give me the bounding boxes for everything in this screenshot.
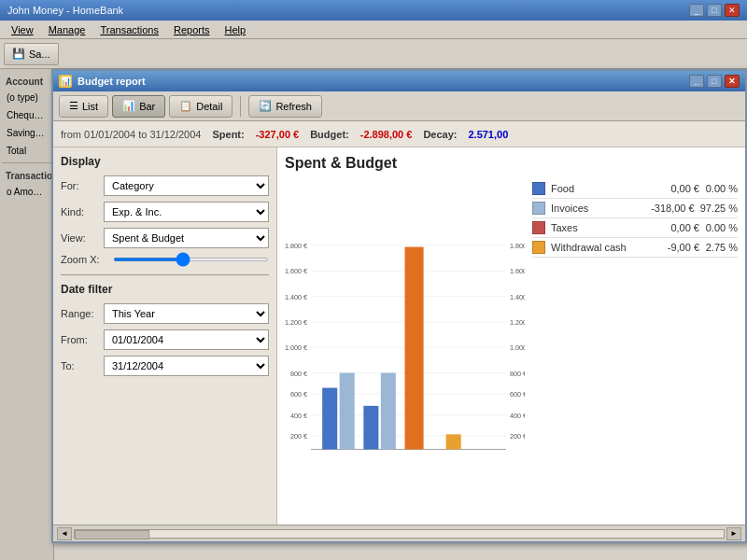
report-title: Budget report xyxy=(78,76,146,87)
for-select[interactable]: Category xyxy=(104,175,269,196)
bar-withdrawal-spent xyxy=(446,434,461,449)
menu-reports[interactable]: Reports xyxy=(166,22,218,37)
range-row: Range: This Year xyxy=(61,303,269,324)
menu-transactions[interactable]: Transactions xyxy=(92,22,166,37)
close-button[interactable]: ✕ xyxy=(725,4,740,17)
chart-title: Spent & Budget xyxy=(285,155,738,172)
svg-text:1.400 €: 1.400 € xyxy=(510,293,525,301)
report-title-bar: 📊 Budget report _ □ ✕ xyxy=(53,71,745,91)
kind-row: Kind: Exp. & Inc. xyxy=(61,202,269,222)
svg-text:600 €: 600 € xyxy=(510,390,525,399)
legend-withdrawal-color xyxy=(532,241,545,254)
bar-chart-svg: 1.800 € 1.600 € 1.400 € 1.200 € 1.000 € … xyxy=(285,179,525,517)
title-bar: John Money - HomeBank _ □ ✕ xyxy=(0,0,747,21)
legend-taxes-color xyxy=(532,221,545,234)
menu-view[interactable]: View xyxy=(4,22,41,37)
legend-withdrawal-pct: 2.75 % xyxy=(705,242,738,253)
zoom-label: Zoom X: xyxy=(61,254,109,265)
sidebar: Account (o type) Cheque A... Savings A..… xyxy=(0,69,54,560)
maximize-button[interactable]: □ xyxy=(707,4,722,17)
range-label: Range: xyxy=(61,308,100,319)
scroll-area: ◄ ► xyxy=(53,525,745,541)
svg-text:1.600 €: 1.600 € xyxy=(285,267,307,275)
decay-value: 2.571,00 xyxy=(468,129,508,140)
svg-text:1.600 €: 1.600 € xyxy=(510,267,525,275)
scroll-left-button[interactable]: ◄ xyxy=(57,527,72,540)
decay-label: Decay: xyxy=(423,129,457,140)
legend-withdrawal: Withdrawal cash -9,00 € 2.75 % xyxy=(532,238,738,258)
detail-button[interactable]: 📋 Detail xyxy=(169,95,233,118)
for-row: For: Category xyxy=(61,175,269,196)
list-button[interactable]: ☰ List xyxy=(59,95,108,118)
zoom-slider[interactable] xyxy=(113,258,269,261)
for-label: For: xyxy=(61,180,100,191)
save-button[interactable]: 💾 Sa... xyxy=(4,43,59,65)
date-range-text: from 01/01/2004 to 31/12/2004 xyxy=(61,129,201,140)
legend-taxes-pct: 0.00 % xyxy=(705,222,738,233)
svg-text:1.200 €: 1.200 € xyxy=(510,318,525,327)
to-row: To: 31/12/2004 xyxy=(61,356,269,376)
detail-icon: 📋 xyxy=(179,100,192,112)
report-window: 📊 Budget report _ □ ✕ ☰ List 📊 Bar 📋 Det… xyxy=(51,69,747,543)
bar-chart-icon: 📊 xyxy=(122,100,135,112)
from-select[interactable]: 01/01/2004 xyxy=(104,329,269,350)
chart-area: Spent & Budget 1.800 € 1.600 € 1.400 € 1… xyxy=(277,147,745,525)
report-close-button[interactable]: ✕ xyxy=(725,75,740,88)
sidebar-cheque[interactable]: Cheque A... xyxy=(2,107,51,123)
bar-taxes-budget xyxy=(405,247,424,450)
legend-taxes-name: Taxes xyxy=(551,222,642,233)
from-label: From: xyxy=(61,334,100,345)
scrollbar-thumb[interactable] xyxy=(75,530,149,539)
legend-table: Food 0,00 € 0.00 % Invoices -318,00 € 97… xyxy=(532,179,738,517)
sidebar-account-type[interactable]: (o type) xyxy=(2,90,51,105)
report-body: Display For: Category Kind: Exp. & Inc. … xyxy=(53,147,745,525)
view-label: View: xyxy=(61,232,100,244)
spent-value: -327,00 € xyxy=(256,129,299,140)
svg-text:1.000 €: 1.000 € xyxy=(285,343,307,352)
panel-divider xyxy=(61,274,269,275)
scrollbar-track[interactable] xyxy=(74,529,725,539)
report-icon: 📊 xyxy=(59,75,72,88)
svg-text:600 €: 600 € xyxy=(290,390,307,399)
legend-invoices-value: -318,00 € xyxy=(643,203,695,214)
legend-taxes-value: 0,00 € xyxy=(648,222,699,233)
menu-manage[interactable]: Manage xyxy=(41,22,93,37)
sidebar-amount[interactable]: o Amount A... xyxy=(2,184,51,200)
view-row: View: Spent & Budget xyxy=(61,228,269,248)
scroll-right-button[interactable]: ► xyxy=(726,527,741,540)
menu-help[interactable]: Help xyxy=(218,22,254,37)
legend-food-name: Food xyxy=(551,183,642,194)
svg-text:400 €: 400 € xyxy=(510,412,525,420)
minimize-button[interactable]: _ xyxy=(689,4,704,17)
to-label: To: xyxy=(61,360,100,371)
spent-label: Spent: xyxy=(212,129,244,140)
transactions-section-label: Transaction... xyxy=(2,167,51,182)
sidebar-savings[interactable]: Savings A... xyxy=(2,125,51,141)
chart-svg-area: 1.800 € 1.600 € 1.400 € 1.200 € 1.000 € … xyxy=(285,179,525,517)
app-title: John Money - HomeBank xyxy=(7,5,123,16)
legend-invoices: Invoices -318,00 € 97.25 % xyxy=(532,199,738,218)
legend-invoices-pct: 97.25 % xyxy=(700,203,738,214)
svg-text:1.200 €: 1.200 € xyxy=(285,318,307,327)
report-maximize-button[interactable]: □ xyxy=(707,75,722,88)
legend-invoices-name: Invoices xyxy=(551,203,638,214)
legend-taxes: Taxes 0,00 € 0.00 % xyxy=(532,218,738,238)
list-icon: ☰ xyxy=(69,100,78,112)
view-select[interactable]: Spent & Budget xyxy=(104,228,269,248)
range-select[interactable]: This Year xyxy=(104,303,269,324)
report-minimize-button[interactable]: _ xyxy=(689,75,704,88)
legend-food-pct: 0.00 % xyxy=(705,183,738,194)
left-panel: Display For: Category Kind: Exp. & Inc. … xyxy=(53,147,277,525)
bar-food-spent xyxy=(322,388,337,450)
svg-text:1.800 €: 1.800 € xyxy=(285,242,307,250)
account-section-label: Account xyxy=(2,73,51,88)
sidebar-total[interactable]: Total xyxy=(2,143,51,159)
refresh-icon: 🔄 xyxy=(259,100,272,112)
legend-food-color xyxy=(532,182,545,195)
kind-select[interactable]: Exp. & Inc. xyxy=(104,202,269,222)
bar-invoices-budget xyxy=(381,373,396,450)
to-select[interactable]: 31/12/2004 xyxy=(104,356,269,376)
bar-button[interactable]: 📊 Bar xyxy=(112,95,165,118)
display-section-title: Display xyxy=(61,155,269,168)
refresh-button[interactable]: 🔄 Refresh xyxy=(248,95,322,118)
